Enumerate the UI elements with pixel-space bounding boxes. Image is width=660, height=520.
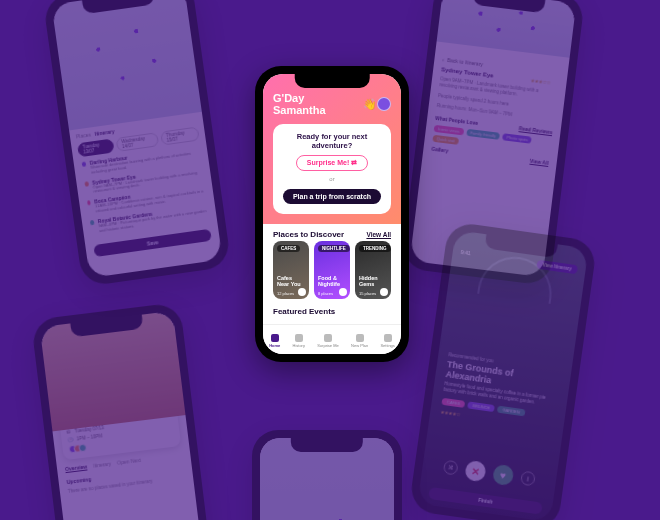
- surprise-me-button[interactable]: Surprise Me! ⇄: [296, 155, 368, 171]
- status-time: 9:41: [460, 249, 470, 256]
- bg-phone-itinerary: Places Itinerary Tuesday 13/07 Wednesday…: [42, 0, 231, 287]
- hero-phone: G'Day Samantha👋 Ready for your next adve…: [255, 66, 409, 362]
- map-preview: [51, 0, 201, 130]
- bg-phone-extra: [252, 430, 402, 520]
- tab-surprise[interactable]: Surprise Me: [317, 334, 339, 348]
- discover-tile[interactable]: CAFES Cafes Near You 12 places: [273, 241, 309, 299]
- tab-home[interactable]: Home: [269, 334, 280, 348]
- add-icon[interactable]: [380, 288, 388, 296]
- greeting: G'Day Samantha👋: [273, 92, 377, 116]
- bg-phone-sanfran: A Day in San Fran 🌉🍔 ✎ 🗓Tuesday 07/13 🕐1…: [31, 302, 215, 520]
- wave-icon: 👋: [363, 98, 377, 111]
- tab-history[interactable]: History: [293, 334, 305, 348]
- reject-button[interactable]: ✕: [464, 460, 487, 483]
- plan-from-scratch-button[interactable]: Plan a trip from scratch: [283, 189, 381, 204]
- prompt-text: Ready for your next adventure?: [281, 132, 383, 150]
- discover-heading: Places to Discover: [273, 230, 344, 239]
- avatar[interactable]: [377, 97, 391, 111]
- like-button[interactable]: ♥: [492, 464, 515, 487]
- info-icon[interactable]: i: [520, 471, 536, 487]
- tab-newplan[interactable]: New Plan: [351, 334, 368, 348]
- read-reviews-link[interactable]: Read Reviews: [519, 126, 553, 136]
- tab-settings[interactable]: Settings: [380, 334, 394, 348]
- discover-tile[interactable]: NIGHTLIFE Food & Nightlife 8 places: [314, 241, 350, 299]
- view-all-link[interactable]: View All: [366, 231, 391, 238]
- clock-icon: 🕐: [67, 437, 74, 443]
- add-icon[interactable]: [339, 288, 347, 296]
- tab-bar: Home History Surprise Me New Plan Settin…: [263, 324, 401, 354]
- calendar-icon: 🗓: [66, 429, 72, 435]
- featured-heading: Featured Events: [273, 307, 335, 316]
- discover-tiles: CAFES Cafes Near You 12 places NIGHTLIFE…: [263, 241, 401, 299]
- discover-tile[interactable]: TRENDING Hidden Gems 15 places: [355, 241, 391, 299]
- shuffle-icon[interactable]: ⤭: [443, 460, 459, 476]
- add-icon[interactable]: [298, 288, 306, 296]
